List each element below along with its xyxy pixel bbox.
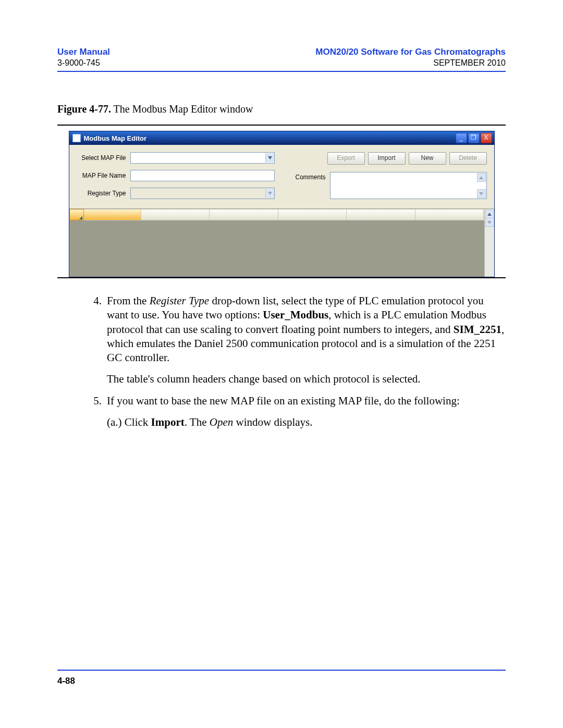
list-body: From the Register Type drop-down list, s… xyxy=(107,294,506,387)
scroll-up-icon[interactable] xyxy=(485,209,494,218)
window-title: Modbus Map Editor xyxy=(84,134,147,142)
footer-rule xyxy=(57,670,506,671)
select-map-label: Select MAP File xyxy=(77,154,130,162)
form-right-column: Export Import New Delete Comments xyxy=(296,152,487,199)
list-item-4: 4. From the Register Type drop-down list… xyxy=(57,294,506,387)
figure-caption-text: The Modbus Map Editor window xyxy=(111,103,253,115)
triangle-icon xyxy=(79,216,82,219)
map-name-input[interactable] xyxy=(130,170,275,181)
export-button[interactable]: Export xyxy=(327,152,365,165)
screenshot-rule-top xyxy=(57,125,506,126)
strong: Import xyxy=(151,416,185,428)
grid-header-cell[interactable] xyxy=(84,209,141,220)
page-number: 4-88 xyxy=(57,676,506,686)
strong: SIM_2251 xyxy=(454,323,501,336)
screenshot-rule-bottom xyxy=(57,277,506,278)
list-item-5: 5. If you want to base the new MAP file … xyxy=(57,394,506,430)
select-map-row: Select MAP File xyxy=(77,152,275,164)
select-map-combo[interactable] xyxy=(130,152,275,164)
paragraph: The table's column headers change based … xyxy=(107,372,506,386)
header-right-sub: SEPTEMBER 2010 xyxy=(315,58,506,68)
grid-vertical-scrollbar[interactable] xyxy=(484,209,494,277)
page-footer: 4-88 xyxy=(57,665,506,686)
toolbar-row: Export Import New Delete xyxy=(296,152,487,165)
map-name-label: MAP File Name xyxy=(77,172,130,179)
scroll-up-icon[interactable] xyxy=(477,173,486,182)
emphasis: Register Type xyxy=(150,294,210,307)
delete-button[interactable]: Delete xyxy=(449,152,487,165)
titlebar[interactable]: Modbus Map Editor _ ❐ X xyxy=(69,131,494,145)
grid-row-selector[interactable] xyxy=(69,209,84,220)
grid-header-cell[interactable] xyxy=(278,209,347,220)
modbus-map-editor-window: Modbus Map Editor _ ❐ X Select MAP File xyxy=(69,131,495,277)
text: From the xyxy=(107,294,150,307)
page-header: User Manual 3-9000-745 MON20/20 Software… xyxy=(57,47,506,68)
screenshot-wrapper: Modbus Map Editor _ ❐ X Select MAP File xyxy=(57,125,506,278)
text: . The xyxy=(185,416,210,428)
chevron-down-icon xyxy=(265,153,274,163)
minimize-button[interactable]: _ xyxy=(456,133,467,143)
import-button[interactable]: Import xyxy=(368,152,406,165)
form-area: Select MAP File MAP File Name xyxy=(69,145,494,208)
list-number: 5. xyxy=(57,394,107,430)
sub-list-item-a: (a.) Click Import. The Open window displ… xyxy=(107,415,506,429)
grid-header-cell[interactable] xyxy=(210,209,278,220)
list-body: If you want to base the new MAP file on … xyxy=(107,394,506,430)
map-name-row: MAP File Name xyxy=(77,170,275,181)
header-right-title: MON20/20 Software for Gas Chromatographs xyxy=(315,47,506,57)
grid-header-cell[interactable] xyxy=(347,209,415,220)
header-left-sub: 3-9000-745 xyxy=(57,58,110,68)
scroll-down-icon[interactable] xyxy=(485,218,494,227)
data-grid xyxy=(69,208,494,277)
header-right: MON20/20 Software for Gas Chromatographs… xyxy=(315,47,506,68)
text: (a.) Click xyxy=(107,416,151,428)
comments-label: Comments xyxy=(296,172,326,199)
header-rule xyxy=(57,71,506,72)
app-icon xyxy=(72,134,81,142)
grid-body xyxy=(69,209,484,277)
comments-row: Comments xyxy=(296,172,487,199)
maximize-button[interactable]: ❐ xyxy=(468,133,480,143)
figure-caption: Figure 4-77. The Modbus Map Editor windo… xyxy=(57,103,506,115)
grid-header-cell[interactable] xyxy=(141,209,210,220)
chevron-down-icon xyxy=(265,189,274,198)
list-number: 4. xyxy=(57,294,107,387)
register-type-label: Register Type xyxy=(77,190,130,197)
grid-header-row xyxy=(69,209,484,220)
titlebar-left: Modbus Map Editor xyxy=(72,134,147,142)
document-page: User Manual 3-9000-745 MON20/20 Software… xyxy=(0,0,563,728)
header-left: User Manual 3-9000-745 xyxy=(57,47,110,68)
text: If you want to base the new MAP file on … xyxy=(107,394,460,407)
strong: User_Modbus xyxy=(263,309,328,321)
grid-header-cell[interactable] xyxy=(415,209,484,220)
new-button[interactable]: New xyxy=(409,152,446,165)
window-buttons: _ ❐ X xyxy=(456,133,492,143)
header-left-title: User Manual xyxy=(57,47,110,57)
figure-label: Figure 4-77. xyxy=(57,103,111,115)
form-left-column: Select MAP File MAP File Name xyxy=(77,152,275,199)
body-text: 4. From the Register Type drop-down list… xyxy=(57,294,506,429)
comments-textarea[interactable] xyxy=(330,172,487,199)
scroll-down-icon[interactable] xyxy=(477,189,486,198)
close-button[interactable]: X xyxy=(481,133,492,143)
register-type-combo[interactable] xyxy=(130,188,275,199)
register-type-row: Register Type xyxy=(77,188,275,199)
text: window displays. xyxy=(233,416,312,428)
emphasis: Open xyxy=(210,416,234,428)
